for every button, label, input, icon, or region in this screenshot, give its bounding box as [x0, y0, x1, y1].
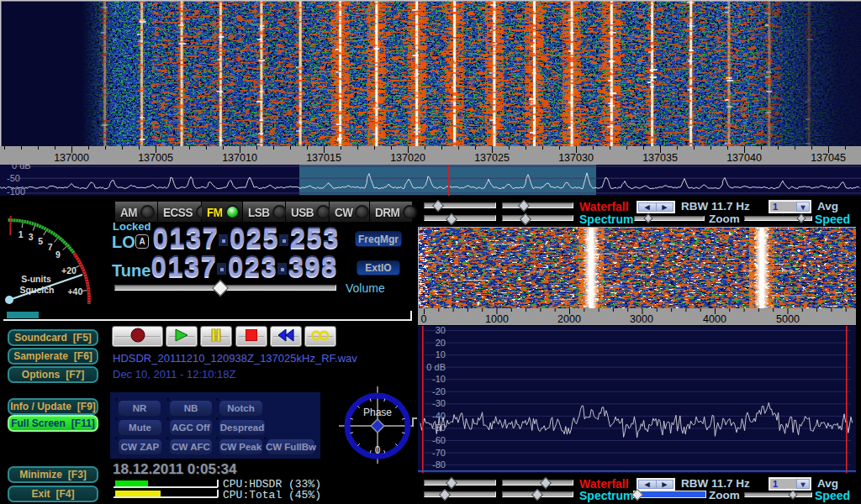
- svg-text:137000: 137000: [54, 152, 89, 164]
- svg-text:137010: 137010: [222, 152, 257, 164]
- svg-text:+40: +40: [67, 286, 82, 297]
- svg-text:2000: 2000: [557, 313, 581, 325]
- svg-text:137030: 137030: [558, 152, 594, 164]
- svg-text:3: 3: [29, 232, 34, 242]
- svg-text:S-units: S-units: [21, 274, 51, 284]
- svg-text:1000: 1000: [485, 313, 509, 325]
- svg-text:-80: -80: [432, 459, 446, 470]
- svg-text:30: 30: [436, 326, 446, 335]
- svg-text:137020: 137020: [390, 152, 425, 164]
- svg-text:9: 9: [55, 249, 61, 260]
- svg-text:1: 1: [18, 229, 24, 239]
- svg-text:-10: -10: [432, 374, 446, 384]
- svg-text:+20: +20: [61, 265, 77, 276]
- svg-text:137035: 137035: [642, 152, 678, 164]
- svg-text:137025: 137025: [474, 152, 510, 164]
- svg-text:137015: 137015: [306, 152, 341, 164]
- svg-text:0: 0: [375, 444, 381, 456]
- svg-text:137005: 137005: [138, 152, 173, 164]
- svg-text:20: 20: [436, 338, 446, 348]
- svg-text:4000: 4000: [703, 313, 726, 325]
- svg-text:-50: -50: [7, 173, 20, 183]
- svg-text:-60: -60: [432, 435, 446, 445]
- svg-text:137040: 137040: [726, 152, 762, 164]
- svg-text:137045: 137045: [811, 152, 846, 164]
- svg-text:-100: -100: [7, 186, 25, 196]
- svg-text:5: 5: [38, 236, 43, 246]
- svg-text:-20: -20: [432, 386, 446, 396]
- svg-text:5000: 5000: [776, 313, 800, 325]
- svg-text:3000: 3000: [630, 313, 653, 325]
- svg-text:7: 7: [48, 242, 53, 252]
- svg-text:10: 10: [436, 349, 446, 360]
- svg-text:0 dB: 0 dB: [426, 362, 446, 372]
- svg-text:0: 0: [421, 313, 427, 325]
- svg-text:0 dB: 0 dB: [12, 165, 31, 171]
- svg-text:Phase: Phase: [363, 407, 392, 418]
- svg-text:-70: -70: [432, 448, 446, 458]
- svg-text:-50: -50: [432, 423, 446, 433]
- svg-text:-30: -30: [432, 398, 446, 408]
